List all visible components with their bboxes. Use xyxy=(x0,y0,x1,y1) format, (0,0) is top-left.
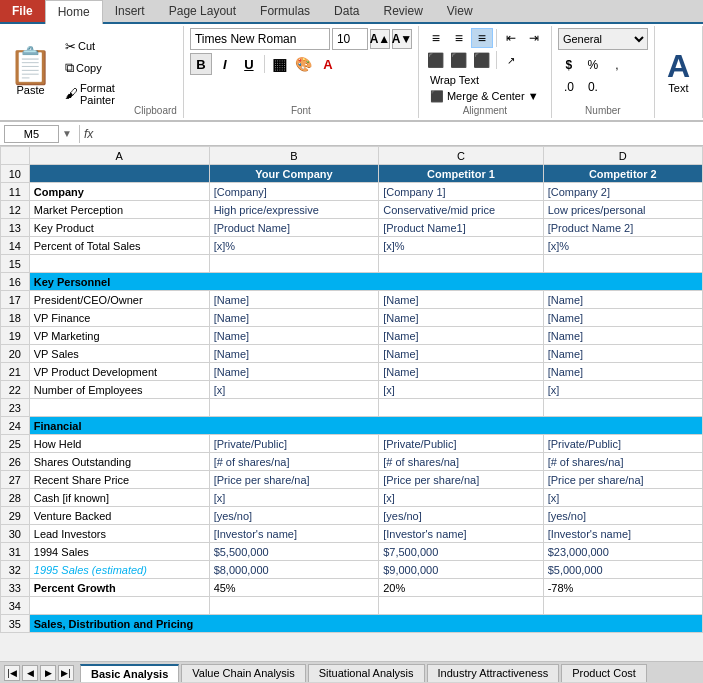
cell[interactable]: [Product Name1] xyxy=(379,219,543,237)
cell[interactable]: 45% xyxy=(209,579,379,597)
cell[interactable]: Key Product xyxy=(29,219,209,237)
tab-review[interactable]: Review xyxy=(371,0,434,22)
cell[interactable] xyxy=(29,165,209,183)
row-header[interactable]: 24 xyxy=(1,417,30,435)
cell[interactable]: [Name] xyxy=(379,363,543,381)
cell-ref-expand[interactable]: ▼ xyxy=(59,125,75,143)
cell[interactable]: [Company] xyxy=(209,183,379,201)
cell[interactable]: [Name] xyxy=(543,309,702,327)
cell[interactable]: [Product Name 2] xyxy=(543,219,702,237)
cell[interactable]: [Name] xyxy=(209,363,379,381)
font-color-button[interactable]: A xyxy=(317,53,339,75)
underline-button[interactable]: U xyxy=(238,53,260,75)
cell[interactable] xyxy=(543,255,702,273)
cell[interactable]: [Name] xyxy=(209,345,379,363)
bold-button[interactable]: B xyxy=(190,53,212,75)
cell[interactable] xyxy=(379,399,543,417)
row-header[interactable]: 21 xyxy=(1,363,30,381)
cell[interactable]: [# of shares/na] xyxy=(543,453,702,471)
cell[interactable]: How Held xyxy=(29,435,209,453)
cell[interactable]: Financial xyxy=(29,417,702,435)
cell[interactable]: Low prices/personal xyxy=(543,201,702,219)
cell[interactable]: [Name] xyxy=(379,327,543,345)
border-button[interactable]: ▦ xyxy=(269,53,291,75)
cell[interactable]: President/CEO/Owner xyxy=(29,291,209,309)
align-left-button[interactable]: ⬛ xyxy=(425,50,447,70)
copy-button[interactable]: ⧉ Copy xyxy=(61,58,134,78)
fill-color-button[interactable]: 🎨 xyxy=(293,53,315,75)
decrease-decimal-button[interactable]: 0. xyxy=(582,77,604,97)
cell[interactable]: VP Finance xyxy=(29,309,209,327)
col-header-d[interactable]: D xyxy=(543,147,702,165)
cell[interactable]: [x] xyxy=(379,381,543,399)
row-header[interactable]: 30 xyxy=(1,525,30,543)
cell[interactable]: [Name] xyxy=(543,291,702,309)
comma-button[interactable]: , xyxy=(606,55,628,75)
cell[interactable]: Your Company xyxy=(209,165,379,183)
tab-home[interactable]: Home xyxy=(45,0,103,24)
row-header[interactable]: 33 xyxy=(1,579,30,597)
font-decrease-button[interactable]: A▼ xyxy=(392,29,412,49)
align-right-button[interactable]: ⬛ xyxy=(471,50,493,70)
row-header[interactable]: 14 xyxy=(1,237,30,255)
row-header[interactable]: 23 xyxy=(1,399,30,417)
cell[interactable] xyxy=(209,399,379,417)
cut-button[interactable]: ✂ Cut xyxy=(61,37,134,56)
sheet-nav-first[interactable]: |◀ xyxy=(4,665,20,681)
sheet-nav-next[interactable]: ▶ xyxy=(40,665,56,681)
cell[interactable]: [x] xyxy=(543,489,702,507)
cell[interactable]: [# of shares/na] xyxy=(209,453,379,471)
cell[interactable]: [Company 2] xyxy=(543,183,702,201)
row-header[interactable]: 22 xyxy=(1,381,30,399)
cell[interactable] xyxy=(209,255,379,273)
cell[interactable]: [Name] xyxy=(209,291,379,309)
cell[interactable]: Number of Employees xyxy=(29,381,209,399)
cell[interactable]: [yes/no] xyxy=(543,507,702,525)
tab-view[interactable]: View xyxy=(435,0,485,22)
cell[interactable]: $5,000,000 xyxy=(543,561,702,579)
formula-input[interactable] xyxy=(99,127,699,141)
format-painter-button[interactable]: 🖌 Format Painter xyxy=(61,80,134,108)
file-tab[interactable]: File xyxy=(0,0,45,22)
cell[interactable]: [Private/Public] xyxy=(209,435,379,453)
cell[interactable]: [Investor's name] xyxy=(543,525,702,543)
cell[interactable]: [Investor's name] xyxy=(209,525,379,543)
cell[interactable]: Competitor 2 xyxy=(543,165,702,183)
merge-center-button[interactable]: ⬛ Merge & Center ▼ xyxy=(425,88,544,105)
row-header[interactable]: 15 xyxy=(1,255,30,273)
number-format-select[interactable]: General xyxy=(558,28,648,50)
sheet-tab[interactable]: Product Cost xyxy=(561,664,647,682)
italic-button[interactable]: I xyxy=(214,53,236,75)
cell[interactable]: High price/expressive xyxy=(209,201,379,219)
tab-formulas[interactable]: Formulas xyxy=(248,0,322,22)
align-top-left-button[interactable]: ≡ xyxy=(425,28,447,48)
increase-indent-button[interactable]: ⇥ xyxy=(523,28,545,48)
sheet-tab[interactable]: Value Chain Analysis xyxy=(181,664,306,682)
cell[interactable]: [x]% xyxy=(543,237,702,255)
cell[interactable]: [yes/no] xyxy=(209,507,379,525)
cell[interactable]: [Name] xyxy=(379,309,543,327)
wrap-text-button[interactable]: Wrap Text xyxy=(425,72,484,88)
cell[interactable]: [x] xyxy=(379,489,543,507)
cell[interactable] xyxy=(379,255,543,273)
cell[interactable] xyxy=(29,597,209,615)
cell[interactable]: Key Personnel xyxy=(29,273,702,291)
row-header[interactable]: 20 xyxy=(1,345,30,363)
cell[interactable]: Sales, Distribution and Pricing xyxy=(29,615,702,633)
cell[interactable]: Percent Growth xyxy=(29,579,209,597)
paste-button[interactable]: 📋 Paste xyxy=(6,46,55,98)
tab-data[interactable]: Data xyxy=(322,0,371,22)
cell[interactable] xyxy=(29,255,209,273)
cell[interactable]: Lead Investors xyxy=(29,525,209,543)
cell[interactable]: Percent of Total Sales xyxy=(29,237,209,255)
row-header[interactable]: 34 xyxy=(1,597,30,615)
sheet-tab[interactable]: Situational Analysis xyxy=(308,664,425,682)
text-direction-button[interactable]: ↗ xyxy=(500,50,522,70)
font-size-input[interactable] xyxy=(332,28,368,50)
sheet-tab[interactable]: Industry Attractiveness xyxy=(427,664,560,682)
row-header[interactable]: 19 xyxy=(1,327,30,345)
cell[interactable]: [Company 1] xyxy=(379,183,543,201)
sheet-nav-last[interactable]: ▶| xyxy=(58,665,74,681)
row-header[interactable]: 25 xyxy=(1,435,30,453)
row-header[interactable]: 31 xyxy=(1,543,30,561)
